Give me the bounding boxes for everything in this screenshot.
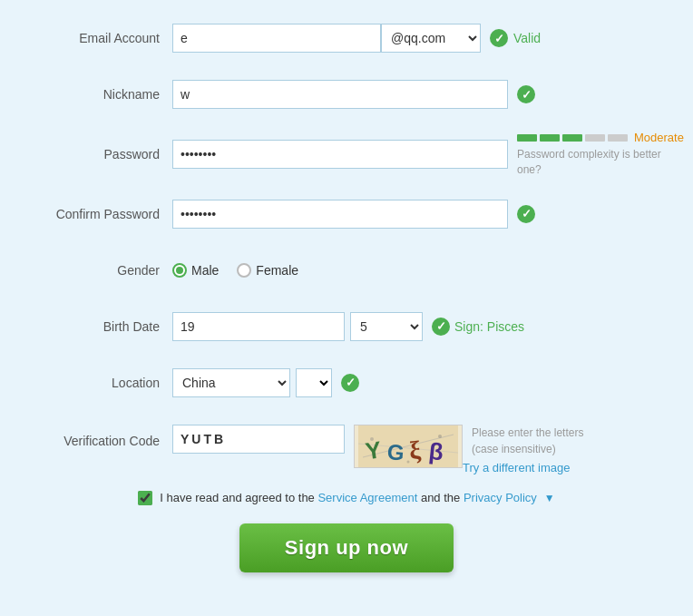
captcha-image[interactable]: Y G ξ β: [354, 425, 463, 468]
confirm-password-controls: ✓: [172, 200, 666, 229]
try-different-link[interactable]: Try a different image: [463, 461, 608, 474]
email-label: Email Account: [27, 31, 172, 45]
location-status: ✓: [341, 374, 359, 392]
male-label: Male: [191, 263, 219, 278]
sign-check-icon: ✓: [432, 318, 450, 336]
strength-bar-4: [585, 134, 605, 142]
service-agreement-link[interactable]: Service Agreement: [317, 491, 417, 504]
confirm-password-input[interactable]: [172, 200, 508, 229]
email-check-icon: ✓: [490, 29, 508, 47]
email-input[interactable]: [172, 24, 381, 53]
confirm-password-label: Confirm Password: [27, 207, 172, 221]
email-domain-select[interactable]: @qq.com @gmail.com @hotmail.com: [381, 24, 481, 53]
nickname-status: ✓: [517, 85, 535, 103]
confirm-password-check-icon: ✓: [517, 205, 535, 223]
agreement-row: I have read and agreed to the Service Ag…: [27, 491, 666, 505]
registration-form: Email Account @qq.com @gmail.com @hotmai…: [0, 0, 693, 616]
strength-label: Moderate: [634, 131, 684, 144]
captcha-hint-container: Please enter the letters (case insensiti…: [463, 425, 608, 474]
gender-male-option[interactable]: Male: [172, 263, 219, 278]
captcha-svg: Y G ξ β: [358, 425, 458, 467]
agreement-text: I have read and agreed to the Service Ag…: [160, 491, 537, 504]
svg-text:G: G: [386, 439, 405, 465]
verification-label: Verification Code: [27, 425, 172, 448]
strength-hint: Password complexity is better one?: [517, 147, 662, 178]
gender-female-option[interactable]: Female: [237, 263, 298, 278]
strength-bar-1: [517, 134, 537, 142]
female-label: Female: [256, 263, 298, 278]
male-radio-icon: [172, 263, 187, 278]
birth-date-input[interactable]: [172, 312, 345, 341]
password-controls: Moderate Password complexity is better o…: [172, 131, 684, 178]
nickname-check-icon: ✓: [517, 85, 535, 103]
gender-label: Gender: [27, 263, 172, 278]
agreement-checkbox[interactable]: [138, 491, 152, 505]
nickname-input[interactable]: [172, 80, 508, 109]
password-label: Password: [27, 147, 172, 161]
nickname-controls: ✓: [172, 80, 666, 109]
gender-controls: Male Female: [172, 263, 666, 278]
sign-text: Sign: Pisces: [454, 319, 524, 334]
location-label: Location: [27, 376, 172, 390]
verification-row: Verification Code Y G ξ β: [27, 419, 666, 474]
strength-bar-2: [540, 134, 560, 142]
zodiac-sign: ✓ Sign: Pisces: [432, 318, 524, 336]
birth-date-row: Birth Date 1234 5678 9101112 ✓ Sign: Pis…: [27, 307, 666, 347]
captcha-hint-text: Please enter the letters (case insensiti…: [472, 425, 608, 457]
location-sub-select[interactable]: [296, 368, 332, 397]
gender-row: Gender Male Female: [27, 250, 666, 290]
signup-button-container: Sign up now: [27, 523, 666, 572]
privacy-policy-link[interactable]: Privacy Policy: [464, 491, 537, 504]
email-valid-text: Valid: [513, 31, 541, 45]
email-row: Email Account @qq.com @gmail.com @hotmai…: [27, 18, 666, 58]
verification-input[interactable]: [172, 425, 345, 454]
birth-month-select[interactable]: 1234 5678 9101112: [350, 312, 423, 341]
svg-text:β: β: [427, 436, 444, 464]
nickname-row: Nickname ✓: [27, 74, 666, 114]
agreement-dropdown-icon[interactable]: ▼: [544, 492, 555, 504]
confirm-password-status: ✓: [517, 205, 535, 223]
female-radio-icon: [237, 263, 251, 278]
birth-date-label: Birth Date: [27, 319, 172, 334]
svg-point-7: [370, 437, 374, 441]
location-controls: China USA UK Japan ✓: [172, 368, 666, 397]
confirm-password-row: Confirm Password ✓: [27, 194, 666, 234]
password-strength: Moderate Password complexity is better o…: [517, 131, 684, 178]
svg-point-8: [407, 460, 410, 463]
svg-point-9: [438, 435, 442, 438]
email-controls: @qq.com @gmail.com @hotmail.com ✓ Valid: [172, 24, 666, 53]
strength-bars: Moderate: [517, 131, 684, 144]
location-check-icon: ✓: [341, 374, 359, 392]
gender-options: Male Female: [172, 263, 298, 278]
location-select[interactable]: China USA UK Japan: [172, 368, 290, 397]
password-input[interactable]: [172, 140, 508, 169]
strength-bar-5: [608, 134, 628, 142]
signup-button[interactable]: Sign up now: [239, 523, 454, 572]
location-row: Location China USA UK Japan ✓: [27, 363, 666, 403]
strength-bar-3: [562, 134, 582, 142]
password-row: Password Moderate Password complexity is…: [27, 131, 666, 178]
birth-date-controls: 1234 5678 9101112 ✓ Sign: Pisces: [172, 312, 666, 341]
nickname-label: Nickname: [27, 87, 172, 102]
email-status: ✓ Valid: [490, 29, 541, 47]
verification-controls: Y G ξ β Please enter the letters (case i…: [172, 425, 666, 474]
